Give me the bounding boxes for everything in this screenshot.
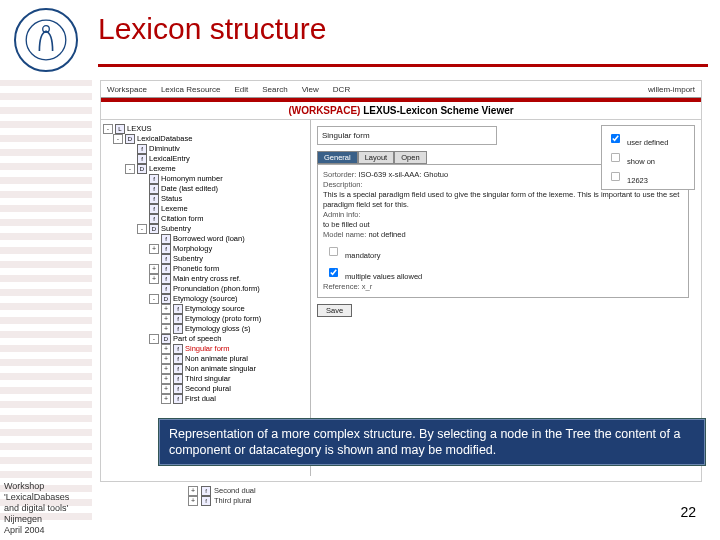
model-label: Model name: bbox=[323, 230, 366, 239]
tree-node[interactable]: fLexeme bbox=[103, 204, 308, 214]
node-label: Date (last edited) bbox=[161, 184, 218, 194]
tree-node[interactable]: +fMain entry cross ref. bbox=[103, 274, 308, 284]
tree-node[interactable]: +fEtymology (proto form) bbox=[103, 314, 308, 324]
collapse-icon[interactable]: - bbox=[149, 334, 159, 344]
tree-node[interactable]: fCitation form bbox=[103, 214, 308, 224]
node-icon: f bbox=[173, 364, 183, 374]
opt-id[interactable]: 12623 bbox=[605, 167, 691, 186]
field-icon: f bbox=[201, 496, 211, 506]
tree-node[interactable]: fPronunciation (phon.form) bbox=[103, 284, 308, 294]
expand-icon[interactable]: + bbox=[149, 244, 159, 254]
expand-icon[interactable]: + bbox=[161, 374, 171, 384]
node-icon: f bbox=[161, 254, 171, 264]
tree-node[interactable]: -LLEXUS bbox=[103, 124, 308, 134]
node-icon: D bbox=[161, 334, 171, 344]
opt-user-defined[interactable]: user defined bbox=[605, 129, 691, 148]
tree-node[interactable]: +fNon animate singular bbox=[103, 364, 308, 374]
tree-node[interactable]: -DLexeme bbox=[103, 164, 308, 174]
node-icon: f bbox=[161, 274, 171, 284]
tree-node[interactable]: fSubentry bbox=[103, 254, 308, 264]
node-label: Lexeme bbox=[161, 204, 188, 214]
field-icon: f bbox=[201, 486, 211, 496]
node-icon: f bbox=[149, 194, 159, 204]
tree-node[interactable]: fLexicalEntry bbox=[103, 154, 308, 164]
menu-search[interactable]: Search bbox=[262, 85, 287, 94]
expand-icon[interactable]: + bbox=[188, 496, 198, 506]
reference-label: Reference: x_r bbox=[323, 282, 372, 291]
collapse-icon[interactable]: - bbox=[149, 294, 159, 304]
tree-node[interactable]: +fSingular form bbox=[103, 344, 308, 354]
expand-icon[interactable]: + bbox=[188, 486, 198, 496]
node-label: Etymology source bbox=[185, 304, 245, 314]
node-label: Non animate singular bbox=[185, 364, 256, 374]
tree-node[interactable]: fStatus bbox=[103, 194, 308, 204]
tree-node[interactable]: fDiminutiv bbox=[103, 144, 308, 154]
caption-box: Representation of a more complex structu… bbox=[158, 418, 706, 466]
expand-icon[interactable]: + bbox=[161, 344, 171, 354]
expand-icon[interactable]: + bbox=[161, 394, 171, 404]
expand-icon[interactable]: + bbox=[161, 314, 171, 324]
tree-node[interactable]: +fSecond plural bbox=[103, 384, 308, 394]
menu-dcr[interactable]: DCR bbox=[333, 85, 350, 94]
sortorder-value: ISO-639 x-sil-AAA: Ghotuo bbox=[358, 170, 448, 179]
tree-node[interactable]: -DPart of speech bbox=[103, 334, 308, 344]
node-icon: f bbox=[173, 374, 183, 384]
tab-general[interactable]: General bbox=[317, 151, 358, 164]
tree-node[interactable]: -DSubentry bbox=[103, 224, 308, 234]
expand-icon[interactable]: + bbox=[161, 324, 171, 334]
opt-show-on[interactable]: show on bbox=[605, 148, 691, 167]
node-label: Etymology (source) bbox=[173, 294, 238, 304]
tree-node[interactable]: fBorrowed word (loan) bbox=[103, 234, 308, 244]
node-icon: D bbox=[161, 294, 171, 304]
tree-node[interactable]: -DLexicalDatabase bbox=[103, 134, 308, 144]
node-label: Second plural bbox=[185, 384, 231, 394]
tab-open[interactable]: Open bbox=[394, 151, 426, 164]
menu-workspace[interactable]: Workspace bbox=[107, 85, 147, 94]
sortorder-label: Sortorder: bbox=[323, 170, 356, 179]
tree-node[interactable]: fDate (last edited) bbox=[103, 184, 308, 194]
node-icon: D bbox=[137, 164, 147, 174]
username-label: willem-import bbox=[648, 85, 695, 94]
options-box: user defined show on 12623 bbox=[601, 125, 695, 190]
expand-icon[interactable]: + bbox=[161, 384, 171, 394]
menu-edit[interactable]: Edit bbox=[234, 85, 248, 94]
expand-icon[interactable]: + bbox=[161, 354, 171, 364]
node-label: Etymology (proto form) bbox=[185, 314, 261, 324]
multiple-checkbox[interactable]: multiple values allowed bbox=[323, 272, 422, 281]
expand-icon[interactable]: + bbox=[161, 364, 171, 374]
node-icon: D bbox=[125, 134, 135, 144]
expand-icon[interactable]: + bbox=[149, 264, 159, 274]
node-label: Subentry bbox=[173, 254, 203, 264]
expand-icon[interactable]: + bbox=[149, 274, 159, 284]
node-icon: f bbox=[173, 304, 183, 314]
save-button[interactable]: Save bbox=[317, 304, 352, 317]
tree-node[interactable]: +fMorphology bbox=[103, 244, 308, 254]
tree-node[interactable]: +fNon animate plural bbox=[103, 354, 308, 364]
tab-layout[interactable]: Layout bbox=[358, 151, 395, 164]
tree-node[interactable]: +fEtymology source bbox=[103, 304, 308, 314]
tree-node[interactable]: -DEtymology (source) bbox=[103, 294, 308, 304]
node-label: LexicalEntry bbox=[149, 154, 190, 164]
menu-lexica[interactable]: Lexica Resource bbox=[161, 85, 221, 94]
tree-node[interactable]: +fThird singular bbox=[103, 374, 308, 384]
decorative-stripe bbox=[0, 80, 92, 520]
expand-icon[interactable]: + bbox=[161, 304, 171, 314]
node-icon: L bbox=[115, 124, 125, 134]
workspace-tag: (WORKSPACE) bbox=[288, 105, 360, 116]
collapse-icon[interactable]: - bbox=[103, 124, 113, 134]
node-icon: f bbox=[173, 384, 183, 394]
tree-node[interactable]: fHomonym number bbox=[103, 174, 308, 184]
node-label: First dual bbox=[185, 394, 216, 404]
tree-node[interactable]: +fPhonetic form bbox=[103, 264, 308, 274]
collapse-icon[interactable]: - bbox=[113, 134, 123, 144]
menu-view[interactable]: View bbox=[302, 85, 319, 94]
collapse-icon[interactable]: - bbox=[137, 224, 147, 234]
app-title: (WORKSPACE) LEXUS-Lexicon Scheme Viewer bbox=[101, 102, 701, 120]
node-label: Morphology bbox=[173, 244, 212, 254]
mandatory-checkbox[interactable]: mandatory bbox=[323, 251, 381, 260]
tree-node[interactable]: +fEtymology gloss (s) bbox=[103, 324, 308, 334]
node-icon: f bbox=[161, 284, 171, 294]
collapse-icon[interactable]: - bbox=[125, 164, 135, 174]
tree-node[interactable]: +fFirst dual bbox=[103, 394, 308, 404]
node-icon: f bbox=[149, 184, 159, 194]
